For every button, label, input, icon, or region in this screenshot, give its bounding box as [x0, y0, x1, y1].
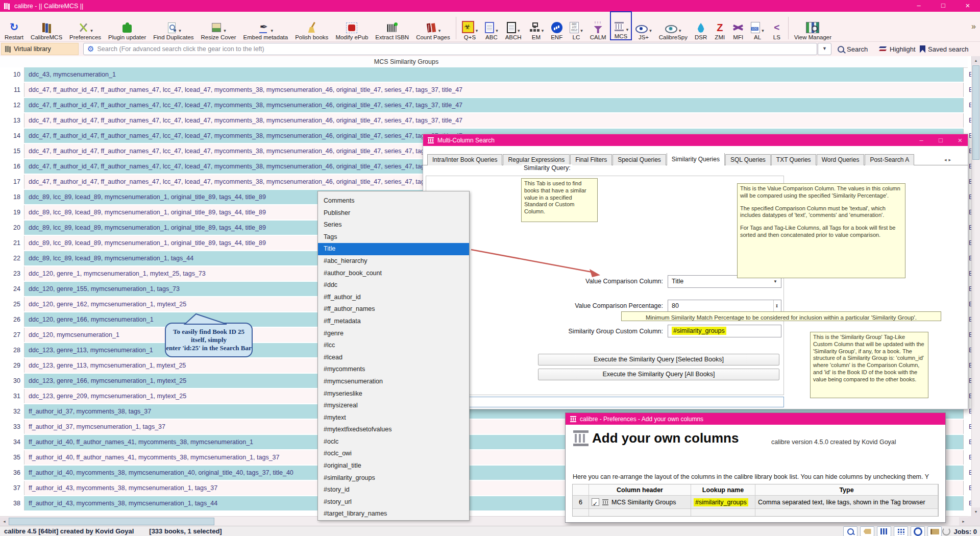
dropdown-item-oclc[interactable]: #oclc	[318, 436, 469, 448]
dropdown-item-ddc[interactable]: #ddc	[318, 279, 469, 291]
dropdown-arrow-icon[interactable]	[90, 28, 93, 33]
tab-word-queries[interactable]: Word Queries	[817, 154, 865, 165]
toolbar-item-ls[interactable]: LS	[768, 13, 786, 40]
gear-icon[interactable]	[87, 44, 94, 54]
dropdown-item-similarity-groups[interactable]: #similarity_groups	[318, 472, 469, 484]
dropdown-arrow-icon[interactable]	[649, 28, 652, 33]
dropdown-item-story-url[interactable]: #story_url	[318, 496, 469, 508]
toolbar-item-view-manager[interactable]: View Manager	[791, 13, 835, 40]
dropdown-item-mycomments[interactable]: #mycomments	[318, 363, 469, 376]
toolbar-item-resize-cover[interactable]: Resize Cover	[198, 13, 240, 40]
highlight-button[interactable]: Highlight	[879, 43, 916, 55]
toolbar-item-extract-isbn[interactable]: Extract ISBN	[372, 13, 412, 40]
tab-similarity-queries[interactable]: Similarity Queries	[667, 153, 725, 165]
dropdown-item-original-title[interactable]: #original_title	[318, 460, 469, 472]
dropdown-item-abc-hierarchy[interactable]: #abc_hierarchy	[318, 255, 469, 267]
dialog-maximize-icon[interactable]	[937, 136, 944, 144]
toolbar-item-mfi[interactable]: MFI	[729, 13, 747, 40]
execute-button-all-books[interactable]: Execute the Similarity Query [All Books]	[538, 369, 779, 380]
dropdown-item-mysizereal[interactable]: #mysizereal	[318, 400, 469, 412]
status-tool-magnifier[interactable]	[843, 526, 857, 536]
dropdown-item-series[interactable]: Series	[318, 219, 469, 231]
window-minimize-icon[interactable]	[906, 0, 931, 12]
dropdown-arrow-icon[interactable]	[580, 28, 583, 33]
column-header-mcs-similarity-groups[interactable]: MCS Similarity Groups	[24, 56, 788, 67]
dropdown-item-mytextfixedsetofvalues[interactable]: #mytextfixedsetofvalues	[318, 424, 469, 436]
dropdown-arrow-icon[interactable]	[224, 28, 226, 33]
status-tool-disc[interactable]	[911, 526, 925, 536]
dropdown-arrow-icon[interactable]	[542, 28, 544, 33]
scroll-up-arrow-icon[interactable]	[972, 56, 980, 65]
status-tool-grid[interactable]	[894, 526, 908, 536]
dropdown-arrow-icon[interactable]	[438, 28, 441, 33]
scroll-left-arrow-icon[interactable]	[0, 517, 9, 526]
dropdown-item-target-library-names[interactable]: #target_library_names	[318, 508, 469, 520]
tab-final-filters[interactable]: Final Filters	[570, 154, 612, 165]
columns-table-row[interactable]: 6MCS Similarity Groups#similarity_groups…	[573, 496, 938, 509]
similarity-group-custom-column-input[interactable]: #similarity_groups	[668, 325, 781, 337]
toolbar-item-dsr[interactable]: DSR	[691, 13, 710, 40]
toolbar-item-em[interactable]: EM	[525, 13, 548, 40]
tab-txt-queries[interactable]: TXT Queries	[771, 154, 816, 165]
table-row[interactable]: 12ddc_47, ff_author_id_47, ff_author_nam…	[0, 98, 980, 112]
toolbar-item-embed-metadata[interactable]: Embed metadata	[240, 13, 292, 40]
dropdown-item-tags[interactable]: Tags	[318, 231, 469, 243]
toolbar-item-lc[interactable]: LC	[566, 13, 586, 40]
dropdown-item-lcc[interactable]: #lcc	[318, 339, 469, 352]
toolbar-item-find-duplicates[interactable]: Find Duplicates	[150, 13, 197, 40]
tab-regular-expressions[interactable]: Regular Expressions	[503, 154, 570, 165]
dropdown-item-oclc-owi[interactable]: #oclc_owi	[318, 448, 469, 460]
dialog-minimize-icon[interactable]	[918, 136, 925, 144]
toolbar-item-count-pages[interactable]: Count Pages	[412, 13, 454, 40]
vertical-scrollbar-thumb[interactable]	[972, 65, 979, 160]
dropdown-item-mytext[interactable]: #mytext	[318, 412, 469, 424]
table-row[interactable]: 11ddc_47, ff_author_id_47, ff_author_nam…	[0, 83, 980, 97]
dropdown-arrow-icon[interactable]	[179, 28, 181, 33]
window-close-icon[interactable]	[955, 0, 980, 12]
dropdown-arrow-icon[interactable]	[762, 28, 764, 33]
saved-search-button[interactable]: Saved search	[920, 43, 969, 55]
toolbar-item-calibremcs[interactable]: CalibreMCS	[27, 13, 66, 40]
dropdown-item-myserieslike[interactable]: #myserieslike	[318, 388, 469, 400]
tab-special-queries[interactable]: Special Queries	[612, 154, 666, 165]
toolbar-item-preferences[interactable]: Preferences	[66, 13, 105, 40]
dropdown-arrow-icon[interactable]	[518, 28, 520, 33]
toolbar-item-js[interactable]: JS+	[632, 13, 655, 40]
toolbar-item-al[interactable]: AL	[747, 13, 768, 40]
dropdown-arrow-icon[interactable]	[626, 27, 629, 32]
toolbar-item-abc[interactable]: ABC	[481, 13, 502, 40]
dropdown-arrow-icon[interactable]	[496, 28, 498, 33]
vertical-scrollbar[interactable]	[971, 56, 980, 516]
table-row[interactable]: 10ddc_43, mymcsenumeration_1E	[0, 67, 980, 82]
dropdown-item-publisher[interactable]: Publisher	[318, 207, 469, 220]
dropdown-item-mymcsenumeration[interactable]: #mymcsenumeration	[318, 376, 469, 388]
execute-button-selected-books[interactable]: Execute the Similarity Query [Selected B…	[538, 354, 779, 366]
dropdown-item-genre[interactable]: #genre	[318, 328, 469, 340]
dropdown-item-ff-metadata[interactable]: #ff_metadata	[318, 315, 469, 328]
toolbar-item-polish-books[interactable]: Polish books	[291, 13, 332, 40]
toolbar-item-zmi[interactable]: ZMI	[710, 13, 729, 40]
toolbar-item-plugin-updater[interactable]: Plugin updater	[105, 13, 150, 40]
scroll-down-arrow-icon[interactable]	[972, 507, 980, 516]
scroll-right-arrow-icon[interactable]	[959, 517, 968, 526]
dropdown-item-story-id[interactable]: #story_id	[318, 484, 469, 496]
dropdown-item-ff-author-id[interactable]: #ff_author_id	[318, 291, 469, 304]
toolbar-item-calm[interactable]: CALM	[586, 13, 610, 40]
search-button[interactable]: Search	[838, 43, 868, 55]
toolbar-item-calibrespy[interactable]: CalibreSpy	[655, 13, 691, 40]
checkbox-checked-icon[interactable]	[592, 498, 599, 506]
status-tool-tag[interactable]	[860, 526, 874, 536]
table-row[interactable]: 13ddc_47, ff_author_id_47, ff_author_nam…	[0, 113, 980, 128]
dropdown-arrow-icon[interactable]	[271, 28, 274, 33]
dropdown-arrow-icon[interactable]	[679, 28, 681, 33]
toolbar-item-modify-epub[interactable]: Modify ePub	[332, 13, 372, 40]
search-input[interactable]: Search (For advanced search click the ge…	[83, 43, 817, 55]
dialog-close-icon[interactable]	[957, 136, 964, 144]
status-tool-book[interactable]	[927, 526, 942, 536]
dropdown-item-comments[interactable]: Comments	[318, 195, 469, 207]
dropdown-item-ff-author-names[interactable]: #ff_author_names	[318, 303, 469, 315]
tab-sql-queries[interactable]: SQL Queries	[725, 154, 771, 165]
spinner-arrows-icon[interactable]	[773, 300, 781, 311]
toolbar-item-mcs[interactable]: MCS	[610, 11, 632, 40]
tab-post-search-a[interactable]: Post-Search A	[865, 154, 914, 165]
